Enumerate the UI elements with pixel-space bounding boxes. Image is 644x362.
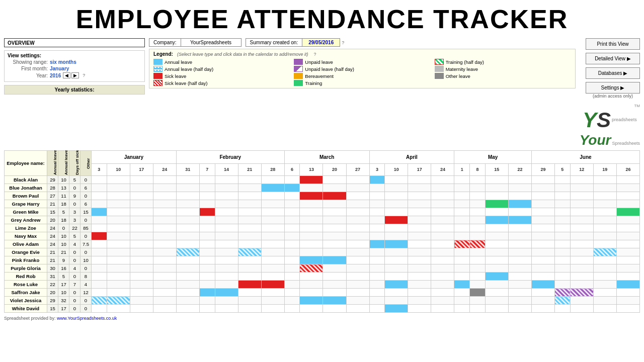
cal-cell-8-2-3[interactable]: [346, 240, 369, 248]
cal-cell-3-1-1[interactable]: [199, 200, 215, 208]
cal-cell-1-5-4[interactable]: [616, 184, 639, 192]
cal-cell-11-2-2[interactable]: [323, 264, 346, 273]
year-next-button[interactable]: ▶: [71, 72, 79, 78]
cal-cell-1-4-3[interactable]: [508, 184, 531, 192]
cal-cell-10-3-1[interactable]: [385, 256, 408, 264]
cal-cell-9-4-3[interactable]: [508, 248, 531, 256]
cal-cell-13-2-3[interactable]: [346, 281, 369, 289]
stat-cell-16-3[interactable]: 0: [80, 305, 92, 313]
cal-cell-0-3-3[interactable]: [431, 176, 454, 184]
stat-cell-5-2[interactable]: 3: [69, 216, 80, 224]
cal-cell-1-2-1[interactable]: [300, 184, 323, 192]
cal-cell-12-2-0[interactable]: [284, 273, 300, 281]
cal-cell-13-1-1[interactable]: [199, 281, 215, 289]
cal-cell-8-3-2[interactable]: [408, 240, 431, 248]
cal-cell-6-2-0[interactable]: [284, 224, 300, 232]
cal-cell-16-3-0[interactable]: [369, 305, 385, 313]
cal-cell-12-2-2[interactable]: [323, 273, 346, 281]
cal-cell-2-4-1[interactable]: [470, 192, 486, 200]
cal-cell-2-4-0[interactable]: [454, 192, 470, 200]
cal-cell-12-2-1[interactable]: [300, 273, 323, 281]
cal-cell-7-3-3[interactable]: [431, 232, 454, 240]
cal-cell-13-3-3[interactable]: [431, 281, 454, 289]
cal-cell-9-4-2[interactable]: [485, 248, 508, 256]
cal-cell-15-4-1[interactable]: [470, 297, 486, 305]
cal-cell-2-5-3[interactable]: [593, 192, 616, 200]
cal-cell-0-1-0[interactable]: [176, 176, 199, 184]
cal-cell-11-3-1[interactable]: [385, 264, 408, 273]
cal-cell-0-5-2[interactable]: [570, 176, 593, 184]
cal-cell-10-1-4[interactable]: [261, 256, 284, 264]
stat-cell-3-0[interactable]: 21: [47, 200, 58, 208]
cal-cell-11-2-1[interactable]: [300, 264, 323, 273]
cal-cell-5-1-2[interactable]: [215, 216, 238, 224]
cal-cell-0-3-1[interactable]: [385, 176, 408, 184]
cal-cell-9-3-2[interactable]: [408, 248, 431, 256]
cal-cell-9-3-3[interactable]: [431, 248, 454, 256]
cal-cell-7-1-2[interactable]: [215, 232, 238, 240]
cal-cell-9-0-1[interactable]: [107, 248, 130, 256]
stat-cell-6-3[interactable]: 85: [80, 224, 92, 232]
cal-cell-0-4-1[interactable]: [470, 176, 486, 184]
cal-cell-15-1-2[interactable]: [215, 297, 238, 305]
stat-cell-10-1[interactable]: 9: [58, 256, 69, 264]
cal-cell-11-2-0[interactable]: [284, 264, 300, 273]
cal-cell-4-4-0[interactable]: [454, 208, 470, 216]
cal-cell-10-4-1[interactable]: [470, 256, 486, 264]
cal-cell-1-0-1[interactable]: [107, 184, 130, 192]
cal-cell-4-4-1[interactable]: [470, 208, 486, 216]
cal-cell-16-0-0[interactable]: [92, 305, 107, 313]
cal-cell-0-5-0[interactable]: [531, 176, 554, 184]
cal-cell-6-4-3[interactable]: [508, 224, 531, 232]
cal-cell-12-0-0[interactable]: [92, 273, 107, 281]
cal-cell-10-2-1[interactable]: [300, 256, 323, 264]
cal-cell-11-3-2[interactable]: [408, 264, 431, 273]
cal-cell-3-4-2[interactable]: [485, 200, 508, 208]
cal-cell-13-3-0[interactable]: [369, 281, 385, 289]
cal-cell-12-1-4[interactable]: [261, 273, 284, 281]
cal-cell-14-5-1[interactable]: [554, 289, 570, 297]
cal-cell-0-0-0[interactable]: [92, 176, 107, 184]
cal-cell-4-5-3[interactable]: [593, 208, 616, 216]
stat-cell-0-2[interactable]: 5: [69, 176, 80, 184]
cal-cell-14-0-0[interactable]: [92, 289, 107, 297]
cal-cell-8-1-0[interactable]: [176, 240, 199, 248]
cal-cell-6-3-2[interactable]: [408, 224, 431, 232]
cal-cell-6-0-0[interactable]: [92, 224, 107, 232]
cal-cell-8-4-1[interactable]: [470, 240, 486, 248]
cal-cell-6-5-2[interactable]: [570, 224, 593, 232]
stat-cell-4-3[interactable]: 15: [80, 208, 92, 216]
cal-cell-10-4-3[interactable]: [508, 256, 531, 264]
cal-cell-11-1-2[interactable]: [215, 264, 238, 273]
stat-cell-13-2[interactable]: 7: [69, 281, 80, 289]
stat-cell-1-2[interactable]: 0: [69, 184, 80, 192]
cal-cell-9-5-0[interactable]: [531, 248, 554, 256]
stat-cell-7-0[interactable]: 24: [47, 232, 58, 240]
cal-cell-13-3-1[interactable]: [385, 281, 408, 289]
cal-cell-10-4-0[interactable]: [454, 256, 470, 264]
cal-cell-12-4-3[interactable]: [508, 273, 531, 281]
cal-cell-6-4-0[interactable]: [454, 224, 470, 232]
cal-cell-2-1-1[interactable]: [199, 192, 215, 200]
stat-cell-2-3[interactable]: 0: [80, 192, 92, 200]
cal-cell-7-0-3[interactable]: [153, 232, 176, 240]
cal-cell-8-2-0[interactable]: [284, 240, 300, 248]
cal-cell-10-0-2[interactable]: [130, 256, 153, 264]
cal-cell-6-4-2[interactable]: [485, 224, 508, 232]
stat-cell-6-0[interactable]: 24: [47, 224, 58, 232]
cal-cell-6-3-3[interactable]: [431, 224, 454, 232]
stat-cell-16-2[interactable]: 0: [69, 305, 80, 313]
cal-cell-12-0-2[interactable]: [130, 273, 153, 281]
cal-cell-9-2-1[interactable]: [300, 248, 323, 256]
cal-cell-2-2-2[interactable]: [323, 192, 346, 200]
cal-cell-11-5-4[interactable]: [616, 264, 639, 273]
cal-cell-6-5-3[interactable]: [593, 224, 616, 232]
cal-cell-4-3-3[interactable]: [431, 208, 454, 216]
cal-cell-6-5-0[interactable]: [531, 224, 554, 232]
cal-cell-7-0-1[interactable]: [107, 232, 130, 240]
cal-cell-16-4-0[interactable]: [454, 305, 470, 313]
cal-cell-16-4-2[interactable]: [485, 305, 508, 313]
stat-cell-7-2[interactable]: 5: [69, 232, 80, 240]
stat-cell-8-2[interactable]: 4: [69, 240, 80, 248]
cal-cell-4-2-3[interactable]: [346, 208, 369, 216]
